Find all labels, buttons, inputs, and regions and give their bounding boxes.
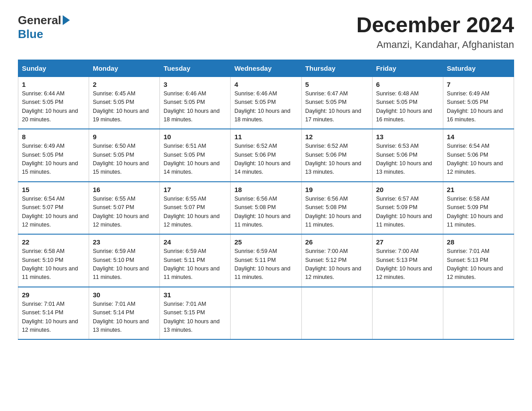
col-monday: Monday [89,60,160,77]
table-row: 8Sunrise: 6:49 AMSunset: 5:05 PMDaylight… [18,129,89,182]
day-info: Sunrise: 6:54 AMSunset: 5:06 PMDaylight:… [447,142,510,177]
day-number: 23 [93,238,156,246]
day-info: Sunrise: 6:46 AMSunset: 5:05 PMDaylight:… [234,90,297,124]
logo: General Blue [18,13,70,41]
table-row: 27Sunrise: 7:00 AMSunset: 5:13 PMDayligh… [372,234,443,287]
calendar-title-block: December 2024 Amanzi, Kandahar, Afghanis… [356,13,514,51]
table-row: 30Sunrise: 7:01 AMSunset: 5:14 PMDayligh… [89,287,160,340]
day-number: 20 [376,186,439,193]
day-number: 16 [93,186,156,193]
table-row: 14Sunrise: 6:54 AMSunset: 5:06 PMDayligh… [443,129,514,182]
day-number: 10 [163,133,227,141]
day-info: Sunrise: 6:47 AMSunset: 5:05 PMDaylight:… [305,90,369,124]
table-row: 10Sunrise: 6:51 AMSunset: 5:05 PMDayligh… [160,129,231,182]
day-info: Sunrise: 6:52 AMSunset: 5:06 PMDaylight:… [234,142,297,177]
table-row: 6Sunrise: 6:48 AMSunset: 5:05 PMDaylight… [372,77,443,129]
day-number: 31 [163,291,227,299]
table-row: 24Sunrise: 6:59 AMSunset: 5:11 PMDayligh… [160,234,231,287]
day-info: Sunrise: 6:49 AMSunset: 5:05 PMDaylight:… [447,90,510,124]
day-info: Sunrise: 7:00 AMSunset: 5:12 PMDaylight:… [305,247,369,282]
day-info: Sunrise: 6:46 AMSunset: 5:05 PMDaylight:… [163,90,227,124]
day-number: 9 [93,133,156,141]
calendar-week-row: 22Sunrise: 6:58 AMSunset: 5:10 PMDayligh… [18,234,514,287]
table-row: 20Sunrise: 6:57 AMSunset: 5:09 PMDayligh… [372,182,443,235]
day-info: Sunrise: 7:01 AMSunset: 5:14 PMDaylight:… [93,300,156,335]
table-row [372,287,443,340]
col-friday: Friday [372,60,443,77]
day-number: 29 [22,291,85,299]
day-info: Sunrise: 6:52 AMSunset: 5:06 PMDaylight:… [305,142,369,177]
col-saturday: Saturday [443,60,514,77]
col-sunday: Sunday [18,60,89,77]
day-info: Sunrise: 7:01 AMSunset: 5:14 PMDaylight:… [22,300,85,335]
table-row: 31Sunrise: 7:01 AMSunset: 5:15 PMDayligh… [160,287,231,340]
day-number: 17 [163,186,227,193]
day-number: 13 [376,133,439,141]
table-row: 9Sunrise: 6:50 AMSunset: 5:05 PMDaylight… [89,129,160,182]
day-number: 11 [234,133,297,141]
day-info: Sunrise: 6:57 AMSunset: 5:09 PMDaylight:… [376,195,439,230]
day-number: 1 [22,81,85,88]
day-number: 18 [234,186,297,193]
day-number: 25 [234,238,297,246]
table-row: 1Sunrise: 6:44 AMSunset: 5:05 PMDaylight… [18,77,89,129]
table-row: 17Sunrise: 6:55 AMSunset: 5:07 PMDayligh… [160,182,231,235]
day-info: Sunrise: 6:59 AMSunset: 5:11 PMDaylight:… [234,247,297,282]
day-number: 8 [22,133,85,141]
table-row: 29Sunrise: 7:01 AMSunset: 5:14 PMDayligh… [18,287,89,340]
day-number: 30 [93,291,156,299]
day-info: Sunrise: 6:58 AMSunset: 5:10 PMDaylight:… [22,247,85,282]
logo-general-text: General [18,13,61,27]
table-row [443,287,514,340]
table-row: 3Sunrise: 6:46 AMSunset: 5:05 PMDaylight… [160,77,231,129]
day-number: 28 [447,238,510,246]
day-number: 12 [305,133,369,141]
day-number: 19 [305,186,369,193]
day-info: Sunrise: 6:49 AMSunset: 5:05 PMDaylight:… [22,142,85,177]
day-number: 22 [22,238,85,246]
day-info: Sunrise: 6:51 AMSunset: 5:05 PMDaylight:… [163,142,227,177]
calendar-table: Sunday Monday Tuesday Wednesday Thursday… [18,60,514,340]
table-row: 5Sunrise: 6:47 AMSunset: 5:05 PMDaylight… [301,77,372,129]
table-row: 7Sunrise: 6:49 AMSunset: 5:05 PMDaylight… [443,77,514,129]
month-year-title: December 2024 [356,13,514,37]
day-number: 26 [305,238,369,246]
day-number: 14 [447,133,510,141]
day-info: Sunrise: 6:55 AMSunset: 5:07 PMDaylight:… [93,195,156,230]
day-number: 5 [305,81,369,88]
day-number: 4 [234,81,297,88]
table-row: 16Sunrise: 6:55 AMSunset: 5:07 PMDayligh… [89,182,160,235]
day-info: Sunrise: 7:01 AMSunset: 5:13 PMDaylight:… [447,247,510,282]
col-tuesday: Tuesday [160,60,231,77]
table-row: 22Sunrise: 6:58 AMSunset: 5:10 PMDayligh… [18,234,89,287]
day-number: 24 [163,238,227,246]
day-info: Sunrise: 6:56 AMSunset: 5:08 PMDaylight:… [234,195,297,230]
day-info: Sunrise: 6:54 AMSunset: 5:07 PMDaylight:… [22,195,85,230]
table-row: 18Sunrise: 6:56 AMSunset: 5:08 PMDayligh… [231,182,301,235]
logo-triangle [63,15,70,25]
day-info: Sunrise: 6:55 AMSunset: 5:07 PMDaylight:… [163,195,227,230]
day-number: 15 [22,186,85,193]
day-number: 7 [447,81,510,88]
calendar-header-row: Sunday Monday Tuesday Wednesday Thursday… [18,60,514,77]
page-header: General Blue December 2024 Amanzi, Kanda… [18,13,514,51]
table-row: 13Sunrise: 6:53 AMSunset: 5:06 PMDayligh… [372,129,443,182]
table-row: 21Sunrise: 6:58 AMSunset: 5:09 PMDayligh… [443,182,514,235]
table-row: 25Sunrise: 6:59 AMSunset: 5:11 PMDayligh… [231,234,301,287]
table-row: 4Sunrise: 6:46 AMSunset: 5:05 PMDaylight… [231,77,301,129]
table-row: 15Sunrise: 6:54 AMSunset: 5:07 PMDayligh… [18,182,89,235]
day-number: 3 [163,81,227,88]
calendar-week-row: 8Sunrise: 6:49 AMSunset: 5:05 PMDaylight… [18,129,514,182]
day-info: Sunrise: 6:58 AMSunset: 5:09 PMDaylight:… [447,195,510,230]
day-number: 6 [376,81,439,88]
calendar-week-row: 1Sunrise: 6:44 AMSunset: 5:05 PMDaylight… [18,77,514,129]
col-thursday: Thursday [301,60,372,77]
table-row [231,287,301,340]
table-row: 12Sunrise: 6:52 AMSunset: 5:06 PMDayligh… [301,129,372,182]
day-info: Sunrise: 6:53 AMSunset: 5:06 PMDaylight:… [376,142,439,177]
table-row: 23Sunrise: 6:59 AMSunset: 5:10 PMDayligh… [89,234,160,287]
location-subtitle: Amanzi, Kandahar, Afghanistan [356,39,514,51]
table-row: 26Sunrise: 7:00 AMSunset: 5:12 PMDayligh… [301,234,372,287]
table-row: 19Sunrise: 6:56 AMSunset: 5:08 PMDayligh… [301,182,372,235]
table-row: 28Sunrise: 7:01 AMSunset: 5:13 PMDayligh… [443,234,514,287]
